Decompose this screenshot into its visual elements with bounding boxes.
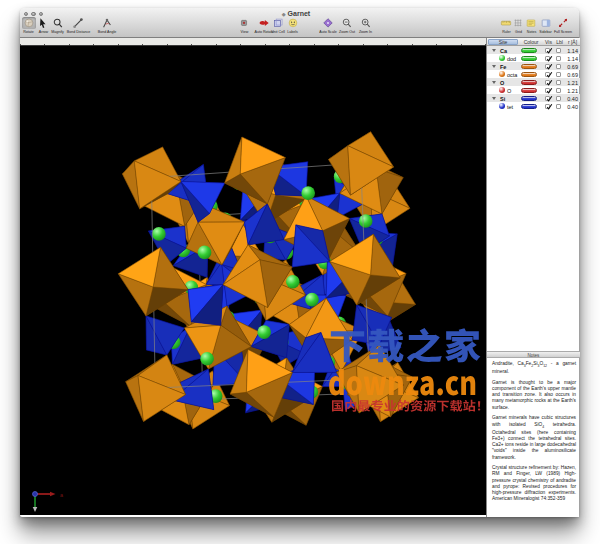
svg-text:a: a — [60, 492, 64, 498]
